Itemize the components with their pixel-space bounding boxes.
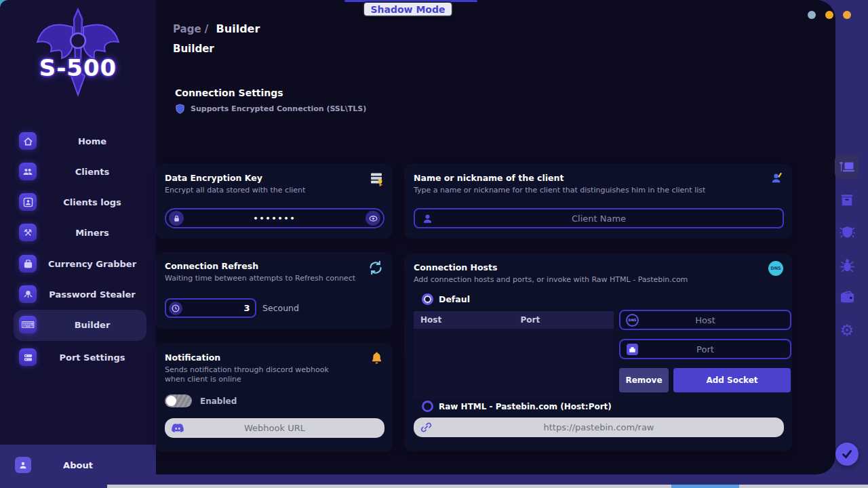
- user-log-icon: [19, 193, 37, 211]
- breadcrumb-separator: /: [205, 23, 208, 35]
- shield-icon: [175, 104, 185, 114]
- radio-raw-html[interactable]: [422, 401, 433, 412]
- wallet-icon: [19, 255, 37, 272]
- pastebin-input-group: [414, 418, 784, 437]
- radio-default-label: Defaul: [439, 294, 470, 304]
- keyboard-icon: ⌨: [19, 316, 37, 333]
- users-icon: [19, 163, 37, 180]
- hosts-table: Host Port: [414, 311, 614, 399]
- confirm-check-button[interactable]: [835, 443, 859, 466]
- rail-wallet-icon[interactable]: [835, 285, 859, 309]
- webhook-url-input[interactable]: [186, 423, 363, 433]
- rail-gear-icon[interactable]: ⚙: [835, 318, 859, 342]
- rail-bug-icon[interactable]: [835, 253, 859, 277]
- card-title: Data Encryption Key: [165, 173, 262, 183]
- user-edit-icon: [770, 171, 783, 187]
- add-socket-button[interactable]: Add Socket: [673, 368, 791, 392]
- eye-icon[interactable]: [366, 211, 380, 226]
- sidebar-item-home[interactable]: Home: [0, 126, 156, 157]
- sidebar-item-label: Currency Grabber: [37, 249, 148, 279]
- remove-button[interactable]: Remove: [619, 368, 669, 392]
- card-subtitle: Waiting time between attempts to Refresh…: [165, 274, 355, 283]
- card-subtitle: Type a name or nickname for the client t…: [414, 186, 705, 195]
- taskbar-strip: [107, 485, 868, 488]
- sidebar-item-label: Clients logs: [37, 187, 148, 218]
- taskbar-accent: [671, 485, 739, 488]
- lock-icon: [169, 211, 184, 226]
- window-minimize-button[interactable]: [808, 11, 816, 19]
- breadcrumb-current: Builder: [216, 22, 260, 35]
- octopus-icon: [19, 285, 37, 303]
- card-notification: Notification Sends notification through …: [156, 344, 392, 451]
- sidebar-item-label: Builder: [37, 310, 148, 340]
- about-person-icon: [15, 457, 31, 473]
- webhook-input-group: [165, 418, 384, 438]
- about-label: About: [41, 455, 115, 474]
- rail-builder-food-icon[interactable]: [835, 155, 859, 179]
- sidebar-item-miners[interactable]: ⚒ Miners: [0, 218, 156, 248]
- section-subtitle-row: Supports Encrypted Connection (SSL\TLS): [175, 104, 366, 114]
- link-icon: [420, 422, 432, 433]
- logo-text: S-500: [24, 54, 132, 81]
- rail-archive-icon[interactable]: [835, 188, 859, 212]
- page-title: Builder: [173, 43, 214, 55]
- encryption-key-input[interactable]: [186, 214, 363, 223]
- sidebar-item-clients[interactable]: Clients: [0, 157, 156, 187]
- logo-emblem-icon: [24, 5, 132, 100]
- sidebar-item-builder[interactable]: ⌨ Builder: [0, 310, 156, 341]
- app-logo: S-500: [24, 5, 132, 100]
- radio-raw-label: Raw HTML - Pastebin.com (Host:Port): [439, 402, 612, 411]
- host-input[interactable]: [642, 315, 769, 325]
- check-icon: [842, 449, 852, 459]
- card-connection-hosts: Connection Hosts Add connection hosts an…: [405, 254, 791, 451]
- sidebar-item-about[interactable]: About: [0, 455, 156, 480]
- card-client-name: Name or nickname of the client Type a na…: [405, 165, 791, 238]
- section-title: Connection Settings: [175, 87, 283, 98]
- database-key-icon: [369, 171, 384, 189]
- card-title: Connection Refresh: [165, 261, 258, 271]
- refresh-icon: [368, 260, 384, 279]
- encryption-key-input-group: [165, 208, 384, 228]
- shadow-mode-tooltip: Shadow Mode: [363, 1, 453, 17]
- hosts-header-host: Host: [414, 315, 514, 325]
- bell-icon: [370, 351, 384, 368]
- section-subtitle: Supports Encrypted Connection (SSL\TLS): [191, 104, 366, 113]
- toggle-label: Enabled: [200, 396, 237, 406]
- hosts-table-body[interactable]: [414, 329, 614, 399]
- radio-default[interactable]: [422, 293, 433, 305]
- sidebar-item-label: Miners: [37, 218, 148, 248]
- sidebar-item-label: Password Stealer: [37, 279, 148, 310]
- window-close-button[interactable]: [843, 11, 851, 19]
- notification-toggle[interactable]: [165, 394, 192, 407]
- sidebar-item-port-settings[interactable]: Port Settings: [0, 342, 156, 373]
- breadcrumb: Page / Builder: [173, 22, 260, 35]
- sidebar-item-currency-grabber[interactable]: Currency Grabber: [0, 249, 156, 279]
- sidebar-item-label: Home: [37, 126, 148, 157]
- sidebar-item-label: Port Settings: [37, 342, 148, 373]
- card-data-encryption-key: Data Encryption Key Encrypt all data sto…: [156, 165, 392, 238]
- card-title: Name or nickname of the client: [414, 173, 564, 183]
- client-name-input-group: [414, 208, 784, 228]
- client-name-input[interactable]: [436, 214, 762, 224]
- card-connection-refresh: Connection Refresh Waiting time between …: [156, 253, 392, 329]
- radio-raw-row[interactable]: Raw HTML - Pastebin.com (Host:Port): [422, 401, 612, 412]
- refresh-seconds-input-group: [165, 298, 256, 318]
- rail-shield-bug-icon[interactable]: [835, 220, 859, 245]
- card-title: Notification: [165, 352, 220, 363]
- sidebar-item-clients-logs[interactable]: Clients logs: [0, 187, 156, 218]
- card-subtitle: Add connection hosts and ports, or invok…: [414, 275, 688, 285]
- sidebar-item-password-stealer[interactable]: Password Stealer: [0, 279, 156, 310]
- home-icon: [19, 132, 37, 150]
- pastebin-url-input[interactable]: [435, 422, 763, 432]
- discord-icon: [172, 423, 184, 432]
- ethernet-icon: [626, 343, 639, 356]
- port-input-group: [619, 339, 791, 359]
- card-subtitle: Encrypt all data stored with the client: [165, 186, 305, 195]
- person-icon: [422, 213, 433, 224]
- window-maximize-button[interactable]: [825, 11, 833, 19]
- breadcrumb-root[interactable]: Page: [173, 23, 201, 35]
- port-input[interactable]: [642, 344, 769, 354]
- server-icon: [19, 348, 37, 366]
- radio-default-row[interactable]: Defaul: [422, 293, 470, 305]
- card-title: Connection Hosts: [414, 262, 497, 272]
